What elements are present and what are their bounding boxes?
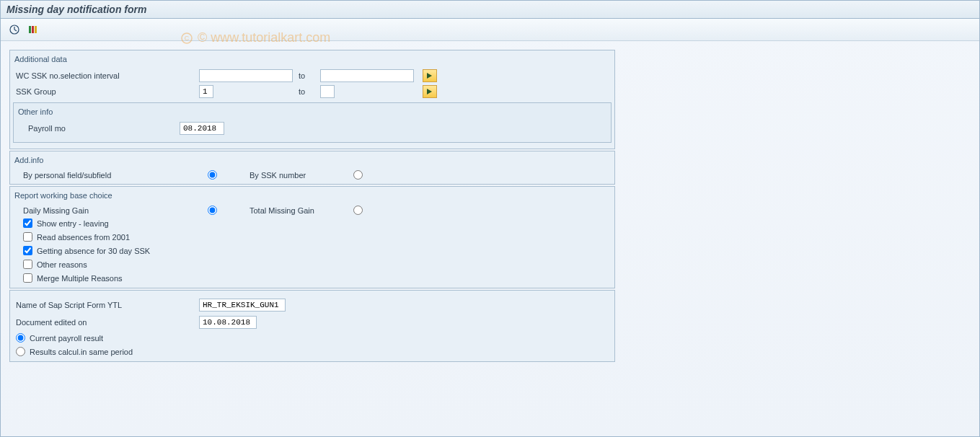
- other-info-group: Other info Payroll mo: [13, 102, 612, 143]
- report-choice-label: Report working base choice: [13, 190, 612, 204]
- ssk-group-row: SSK Group to: [13, 84, 612, 100]
- execute-icon: [9, 24, 20, 35]
- ssk-group-label: SSK Group: [13, 87, 172, 96]
- getting-absence-row: Getting absence for 30 day SSK: [13, 244, 612, 257]
- execute-button[interactable]: [8, 23, 21, 36]
- results-calc-radio[interactable]: [16, 347, 25, 356]
- additional-data-group: Additional data WC SSK no.selection inte…: [9, 50, 615, 149]
- merge-multiple-checkbox[interactable]: [23, 273, 32, 283]
- current-payroll-radio[interactable]: [16, 333, 25, 343]
- add-info-group: Add.info By personal field/subfield By S…: [9, 151, 615, 185]
- doc-edited-label: Document edited on: [13, 318, 172, 327]
- bottom-group: Name of Sap Script Form YTL Document edi…: [9, 290, 615, 362]
- ssk-group-from-input[interactable]: [199, 85, 213, 98]
- form-name-label: Name of Sap Script Form YTL: [13, 301, 172, 309]
- results-calc-row: Results calcul.in same period: [13, 345, 612, 358]
- payroll-mo-label: Payroll mo: [18, 124, 177, 133]
- svg-marker-9: [427, 89, 432, 94]
- form-name-input[interactable]: [199, 299, 286, 312]
- add-info-label: Add.info: [13, 154, 612, 169]
- additional-data-label: Additional data: [13, 53, 612, 68]
- arrow-right-icon: [426, 72, 433, 79]
- wc-ssk-label: WC SSK no.selection interval: [13, 71, 172, 80]
- show-entry-checkbox[interactable]: [23, 218, 32, 228]
- wc-ssk-from-input[interactable]: [199, 69, 293, 82]
- ssk-group-to-input[interactable]: [320, 85, 335, 98]
- show-entry-row: Show entry - leaving: [13, 216, 612, 230]
- wc-ssk-multi-button[interactable]: [423, 69, 437, 82]
- report-radio-row: Daily Missing Gain Total Missing Gain: [13, 204, 612, 216]
- variant-button[interactable]: [27, 23, 40, 36]
- report-choice-group: Report working base choice Daily Missing…: [9, 186, 615, 288]
- merge-multiple-label: Merge Multiple Reasons: [37, 274, 123, 283]
- content-area: Additional data WC SSK no.selection inte…: [1, 41, 979, 372]
- by-ssk-radio[interactable]: [353, 170, 363, 180]
- page-title: Missing day notification form: [6, 4, 146, 15]
- title-bar: Missing day notification form: [1, 1, 979, 19]
- svg-rect-4: [32, 26, 34, 33]
- svg-line-2: [14, 30, 17, 31]
- by-personal-label: By personal field/subfield: [13, 171, 172, 180]
- daily-missing-radio[interactable]: [208, 206, 217, 215]
- payroll-mo-input[interactable]: [180, 122, 224, 135]
- read-absences-checkbox[interactable]: [23, 232, 32, 242]
- total-missing-label: Total Missing Gain: [221, 206, 350, 215]
- read-absences-label: Read absences from 2001: [37, 233, 130, 242]
- current-payroll-row: Current payroll result: [13, 331, 612, 345]
- arrow-right-icon: [426, 88, 433, 95]
- show-entry-label: Show entry - leaving: [37, 219, 109, 228]
- merge-multiple-row: Merge Multiple Reasons: [13, 271, 612, 285]
- sap-window: Missing day notification form C © www.tu…: [0, 0, 980, 437]
- svg-rect-3: [29, 26, 31, 33]
- form-name-row: Name of Sap Script Form YTL: [13, 296, 612, 314]
- toolbar: [1, 19, 979, 41]
- wc-ssk-row: WC SSK no.selection interval to: [13, 68, 612, 84]
- variant-icon: [27, 24, 39, 35]
- ssk-group-multi-button[interactable]: [423, 85, 437, 98]
- current-payroll-label: Current payroll result: [30, 334, 103, 343]
- by-ssk-label: By SSK number: [221, 171, 350, 180]
- read-absences-row: Read absences from 2001: [13, 230, 612, 244]
- other-reasons-label: Other reasons: [37, 260, 87, 269]
- doc-edited-row: Document edited on: [13, 314, 612, 331]
- getting-absence-label: Getting absence for 30 day SSK: [37, 247, 150, 255]
- other-info-label: Other info: [18, 106, 606, 120]
- payroll-mo-row: Payroll mo: [18, 120, 606, 136]
- getting-absence-checkbox[interactable]: [23, 246, 32, 255]
- results-calc-label: Results calcul.in same period: [30, 348, 133, 356]
- wc-ssk-to-input[interactable]: [320, 69, 414, 82]
- add-info-radio-row: By personal field/subfield By SSK number: [13, 169, 612, 181]
- by-personal-radio[interactable]: [208, 170, 217, 180]
- ssk-group-to-label: to: [296, 87, 317, 96]
- total-missing-radio[interactable]: [353, 206, 363, 215]
- daily-missing-label: Daily Missing Gain: [13, 206, 172, 215]
- wc-ssk-to-label: to: [296, 71, 317, 80]
- doc-edited-input[interactable]: [199, 316, 257, 329]
- svg-rect-5: [35, 26, 37, 33]
- other-reasons-checkbox[interactable]: [23, 260, 32, 269]
- other-reasons-row: Other reasons: [13, 257, 612, 271]
- svg-marker-8: [427, 73, 432, 79]
